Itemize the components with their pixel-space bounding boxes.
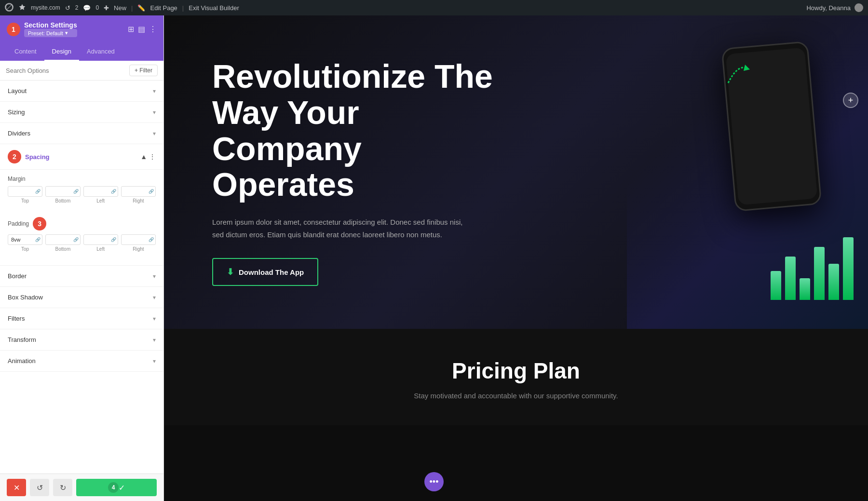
admin-bar: mysite.com ↺ 2 💬 0 ✚ New | ✏️ Edit Page … [0,0,868,15]
pricing-section: Pricing Plan Stay motivated and accounta… [164,329,868,425]
sidebar-content: Layout ▾ Sizing ▾ Dividers [0,81,163,474]
spacing-controls: ▲ ⋮ [140,153,156,161]
site-name[interactable]: mysite.com [31,4,60,11]
margin-bottom-wrapper: 🔗 [45,186,80,197]
spacing-label: Spacing [25,153,50,161]
hero-text: Revolutionize The Way Your Company Opera… [212,58,502,286]
edit-page-link[interactable]: Edit Page [150,4,177,12]
dots-icon: ••• [430,477,439,487]
step-1-badge: 1 [7,23,20,36]
hero-title: Revolutionize The Way Your Company Opera… [212,58,502,203]
sidebar-header-left: 1 Section Settings Preset: Default ▾ [7,21,77,37]
transform-header[interactable]: Transform ▾ [0,329,163,350]
redo-button[interactable]: ↻ [53,479,72,496]
sizing-header[interactable]: Sizing ▾ [0,102,163,122]
section-item-animation: Animation ▾ [0,351,163,372]
layout-header[interactable]: Layout ▾ [0,81,163,101]
dividers-chevron-icon: ▾ [153,130,156,137]
add-icon: + [848,95,854,106]
margin-section: Margin 🔗 Top 🔗 [0,170,163,217]
undo-count: 2 [75,4,79,11]
undo-button[interactable]: ↺ [30,479,49,496]
comment-icon[interactable]: 💬 [83,4,91,12]
download-btn-label: Download The App [239,268,304,276]
spacing-collapse-icon[interactable]: ▲ [140,153,147,161]
sidebar-header-icons: ⊞ ▤ ⋮ [128,25,157,34]
preset-badge[interactable]: Preset: Default ▾ [24,29,77,37]
site-icon[interactable] [18,3,26,13]
floating-menu-button[interactable]: ••• [424,472,444,491]
svg-marker-1 [744,65,750,71]
dividers-header[interactable]: Dividers ▾ [0,123,163,144]
hero-background-visual [627,15,868,329]
section-item-filters: Filters ▾ [0,308,163,329]
search-input[interactable] [6,67,125,74]
chart-bar [771,271,781,300]
screen-icon[interactable]: ⊞ [128,25,134,34]
more-icon[interactable]: ⋮ [149,25,157,34]
cancel-button[interactable]: ✕ [7,479,26,496]
download-app-button[interactable]: ⬇ Download The App [212,258,318,286]
section-item-layout: Layout ▾ [0,81,163,102]
box-shadow-header[interactable]: Box Shadow ▾ [0,287,163,308]
padding-label: Padding [8,220,29,227]
layout-header-left: Layout [8,87,27,95]
comment-count: 0 [95,4,99,11]
arrow-visual [719,54,757,93]
section-item-box-shadow: Box Shadow ▾ [0,287,163,308]
margin-top-cell: 🔗 Top [8,186,42,203]
margin-left-cell: 🔗 Left [83,186,118,203]
padding-right-cell: 🔗 Right [121,234,156,252]
sidebar-title: Section Settings [24,21,77,29]
border-chevron-icon: ▾ [153,273,156,280]
margin-input-grid: 🔗 Top 🔗 Bottom [8,186,156,203]
sizing-chevron-icon: ▾ [153,109,156,116]
transform-chevron-icon: ▾ [153,337,156,343]
sidebar-panel: 1 Section Settings Preset: Default ▾ ⊞ ▤… [0,15,164,501]
layout-chevron-icon: ▾ [153,88,156,95]
howdy-text: Howdy, Deanna [806,4,851,12]
sidebar-header: 1 Section Settings Preset: Default ▾ ⊞ ▤… [0,15,163,43]
step-4-badge: 4 [108,482,119,493]
spacing-more-icon[interactable]: ⋮ [149,153,156,161]
tab-design[interactable]: Design [44,43,79,61]
box-shadow-label: Box Shadow [8,294,43,301]
chart-bar [785,257,796,300]
main-layout: 1 Section Settings Preset: Default ▾ ⊞ ▤… [0,15,868,501]
sidebar-header-info: Section Settings Preset: Default ▾ [24,21,77,37]
section-item-spacing: 2 Spacing ▲ ⋮ Margin [0,144,163,266]
chart-area [771,237,854,300]
padding-top-link-icon: 🔗 [35,237,41,242]
tab-advanced[interactable]: Advanced [79,43,122,61]
sizing-header-left: Sizing [8,108,25,116]
hero-section: + Revolutionize The [164,15,868,329]
exit-builder-link[interactable]: Exit Visual Builder [189,4,239,12]
margin-right-label: Right [133,198,144,203]
margin-bottom-link-icon: 🔗 [73,189,79,194]
padding-bottom-label: Bottom [55,246,71,252]
margin-right-wrapper: 🔗 [121,186,156,197]
columns-icon[interactable]: ▤ [138,25,145,34]
border-header[interactable]: Border ▾ [0,266,163,286]
layout-label: Layout [8,87,27,95]
add-element-button[interactable]: + [843,93,858,108]
margin-top-label: Top [21,198,29,203]
sep2: | [182,4,184,12]
transform-label: Transform [8,336,36,343]
new-link[interactable]: New [114,4,126,12]
sidebar-tabs: Content Design Advanced [0,43,163,61]
tab-content[interactable]: Content [7,43,44,61]
filter-button[interactable]: + Filter [129,65,158,76]
undo-icon[interactable]: ↺ [65,4,70,12]
margin-right-cell: 🔗 Right [121,186,156,203]
preset-label: Preset: Default [28,30,63,36]
wp-logo-icon[interactable] [5,3,14,13]
padding-right-link-icon: 🔗 [149,237,154,242]
animation-header[interactable]: Animation ▾ [0,351,163,371]
filters-header[interactable]: Filters ▾ [0,308,163,329]
sidebar-footer: ✕ ↺ ↻ 4 ✓ [0,474,163,501]
admin-bar-left: mysite.com ↺ 2 💬 0 ✚ New | ✏️ Edit Page … [5,3,800,13]
chart-bar [814,247,825,300]
save-button[interactable]: 4 ✓ [76,479,157,496]
margin-bottom-label: Bottom [55,198,71,203]
